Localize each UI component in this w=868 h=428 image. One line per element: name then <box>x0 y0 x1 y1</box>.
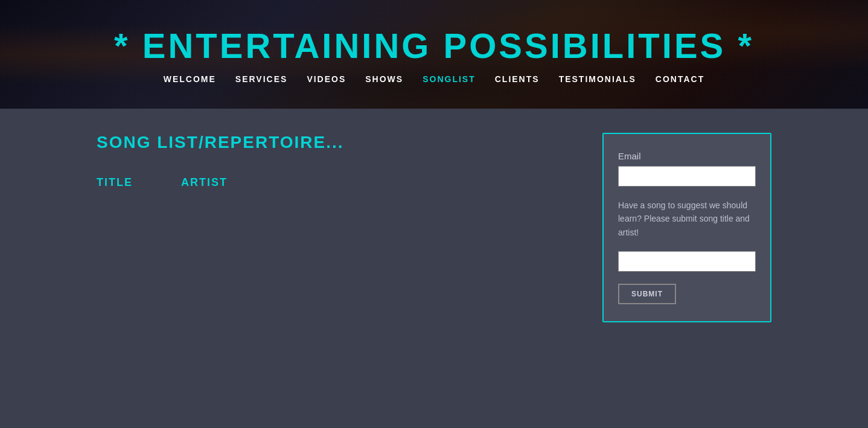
site-title: * ENTERTAINING POSSIBILITIES * <box>114 25 754 66</box>
main-content: SONG LIST/REPERTOIRE... TITLE ARTIST Ema… <box>0 109 868 428</box>
nav-item-songlist[interactable]: SONGLIST <box>423 74 476 84</box>
nav-item-services[interactable]: SERVICES <box>235 74 288 84</box>
title-column: TITLE <box>97 176 133 201</box>
form-card: Email Have a song to suggest we should l… <box>602 133 771 322</box>
nav-item-shows[interactable]: SHOWS <box>365 74 403 84</box>
nav-item-welcome[interactable]: WELCOME <box>164 74 216 84</box>
title-col-header: TITLE <box>97 176 133 189</box>
nav-item-clients[interactable]: CLIENTS <box>495 74 540 84</box>
email-label: Email <box>618 151 756 161</box>
form-description: Have a song to suggest we should learn? … <box>618 199 756 239</box>
nav-item-testimonials[interactable]: TESTIMONIALS <box>559 74 636 84</box>
nav-item-contact[interactable]: CONTACT <box>656 74 704 84</box>
site-header: * ENTERTAINING POSSIBILITIES * WELCOMESE… <box>0 0 868 109</box>
email-input[interactable] <box>618 166 756 187</box>
artist-col-header: ARTIST <box>181 176 228 189</box>
submit-button[interactable]: SUBMIT <box>618 284 676 304</box>
nav-item-videos[interactable]: VIDEOS <box>307 74 346 84</box>
song-list-section: SONG LIST/REPERTOIRE... TITLE ARTIST <box>97 133 566 392</box>
artist-column: ARTIST <box>181 176 228 201</box>
song-table: TITLE ARTIST <box>97 176 566 201</box>
suggestion-input[interactable] <box>618 251 756 272</box>
main-navigation: WELCOMESERVICESVIDEOSSHOWSSONGLISTCLIENT… <box>164 74 705 84</box>
suggestion-form-section: Email Have a song to suggest we should l… <box>602 133 771 392</box>
page-heading: SONG LIST/REPERTOIRE... <box>97 133 566 152</box>
